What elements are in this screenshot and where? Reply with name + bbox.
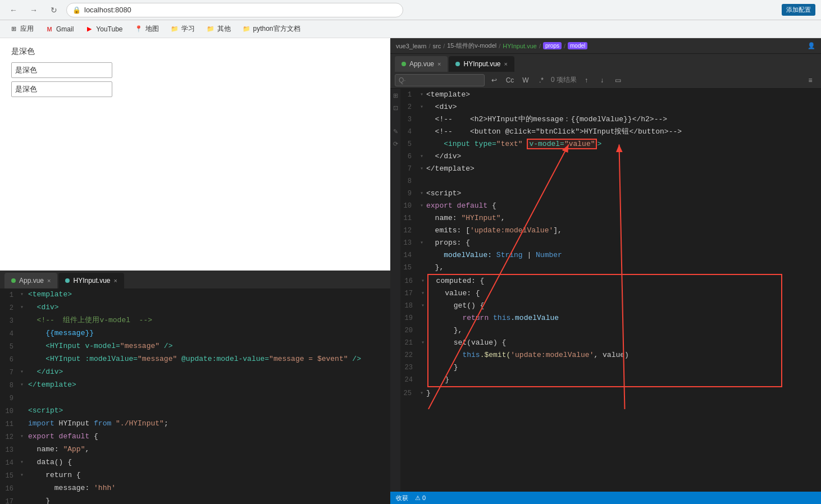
ide-panel: vue3_learn / src / 15-组件的v-model / HYInp…	[390, 38, 821, 504]
gmail-icon: M	[45, 25, 54, 34]
bookmark-map-label: 地图	[145, 24, 159, 34]
case-btn[interactable]: Cc	[504, 74, 516, 86]
app-vue-dot	[11, 278, 16, 283]
tab-hyinput-close[interactable]: ×	[114, 277, 117, 284]
tab-close-hyinput[interactable]: ×	[504, 61, 508, 67]
code-line: 6 <HYInput :modelValue="message" @update…	[0, 353, 390, 366]
prev-result-btn[interactable]: ↑	[580, 74, 592, 86]
sidebar-icon-3[interactable]: ✎	[391, 127, 400, 136]
bookmark-map[interactable]: 📍 地图	[130, 22, 163, 35]
bookmark-gmail[interactable]: M Gmail	[40, 23, 78, 35]
search-result: 0 项结果	[551, 75, 577, 85]
bookmark-python-label: python官方文档	[253, 24, 300, 34]
code-line: 13 name: "App",	[0, 443, 390, 456]
ide-code-line: 19 return this.modelValue	[402, 312, 781, 324]
bookmark-youtube[interactable]: ▶ YouTube	[80, 23, 127, 35]
ide-code-line: 11 name: "HYInput",	[400, 212, 793, 224]
vmodel-highlight: v-model="value"	[527, 139, 597, 149]
python-icon: 📁	[242, 25, 251, 34]
ide-code-line: 13 ▾ props: {	[400, 237, 793, 249]
ide-code-line: 18 ▾ get() {	[402, 300, 781, 312]
right-editor-tabs: App.vue × HYInput.vue ×	[390, 54, 821, 72]
props-badge: props	[543, 42, 562, 49]
ide-code-line: 23 }	[402, 361, 781, 374]
bookmark-apps-label: 应用	[20, 24, 34, 34]
left-editor-tabs: App.vue × HYInput.vue ×	[0, 271, 390, 288]
forward-button[interactable]: →	[26, 2, 42, 18]
tab-hyinput-label: HYInput.vue	[73, 277, 110, 285]
word-btn[interactable]: W	[519, 74, 532, 86]
ide-sidebar: ⊞ ⊡ ✎ ⟳	[390, 89, 400, 492]
address-bar[interactable]: 🔒 localhost:8080	[66, 3, 403, 17]
code-line: 17 }	[0, 495, 390, 504]
ide-search-bar: ↩ Cc W .* 0 项结果 ↑ ↓ ▭ ≡	[390, 72, 821, 89]
ide-code-line: 2 ▾ <div>	[400, 101, 793, 113]
input-field-2[interactable]	[11, 81, 112, 97]
tab-app-vue-right[interactable]: App.vue ×	[395, 56, 448, 72]
more-options-btn[interactable]: ≡	[804, 74, 817, 86]
apps-icon: ⊞	[9, 25, 18, 34]
ide-code-line: 24 }	[402, 374, 781, 386]
page-content: 是深色	[0, 38, 390, 271]
code-line: 12 ▾ export default {	[0, 430, 390, 443]
toggle-sidebar-btn[interactable]: ▭	[612, 74, 624, 86]
tab-hyinput-vue-left[interactable]: HYInput.vue ×	[58, 273, 124, 288]
ide-code-line: 25 ▾ }	[400, 387, 793, 400]
sidebar-icon-2[interactable]: ⊡	[391, 103, 400, 112]
ide-code-line: 3 <!-- <h2>HYInput中的message：{{modelValue…	[400, 113, 793, 126]
map-icon: 📍	[134, 25, 143, 34]
ide-code-line: 21 ▾ set(value) {	[402, 337, 781, 349]
youtube-icon: ▶	[85, 25, 94, 34]
code-line: 8 ▾ </template>	[0, 379, 390, 392]
code-line: 9	[0, 392, 390, 405]
tab-hyinput-vue-right[interactable]: HYInput.vue ×	[449, 56, 514, 72]
code-line: 5 <HYInput v-model="message" />	[0, 340, 390, 353]
add-config-button[interactable]: 添加配置	[782, 4, 815, 16]
status-branch: 收获	[396, 494, 408, 502]
user-icon[interactable]: 👤	[808, 42, 815, 49]
browser-content: 是深色 App.vue × HYInput.vue × 1 ▾ <templ	[0, 38, 390, 504]
regex-btn[interactable]: .*	[535, 74, 548, 86]
ide-code-line: 10 ▾ export default {	[400, 200, 793, 212]
code-line: 3 <!-- 组件上使用v-model -->	[0, 314, 390, 327]
ide-code-line: 1 ▾ <template>	[400, 89, 793, 101]
lock-icon: 🔒	[72, 6, 81, 14]
main-content: 是深色 App.vue × HYInput.vue × 1 ▾ <templ	[0, 38, 821, 504]
next-result-btn[interactable]: ↓	[596, 74, 608, 86]
tab-close-app[interactable]: ×	[437, 61, 441, 67]
other-icon: 📁	[206, 25, 215, 34]
bookmark-youtube-label: YouTube	[96, 25, 122, 33]
reload-button[interactable]: ↻	[46, 2, 62, 18]
ide-code-line: 6 ▾ </div>	[400, 150, 793, 163]
ide-lines-container: 1 ▾ <template> 2 ▾ <div> 3 <!--	[400, 89, 793, 492]
bookmark-learn[interactable]: 📁 学习	[166, 22, 199, 35]
ide-code-line: 8	[400, 175, 793, 187]
ide-code-line: 22 this.$emit('update:modelValue', value…	[402, 349, 781, 361]
code-line: 4 {{message}}	[0, 327, 390, 340]
tab-app-vue-left[interactable]: App.vue ×	[4, 273, 57, 288]
search-input[interactable]	[395, 74, 485, 86]
ide-code-line-vmodel: 5 <input type="text" v-model="value">	[400, 138, 793, 150]
browser-chrome: ← → ↻ 🔒 localhost:8080 添加配置	[0, 0, 821, 20]
code-line: 10 <script>	[0, 405, 390, 418]
ide-code-line: 12 emits: ['update:modelValue'],	[400, 224, 793, 237]
replace-btn[interactable]: ↩	[488, 74, 500, 86]
ide-code-line: 14 modelValue: String | Number	[400, 249, 793, 262]
status-bar: 收获 ⚠ 0	[390, 492, 821, 504]
sidebar-icon-1[interactable]: ⊞	[391, 91, 400, 100]
ide-code-line: 7 ▾ </template>	[400, 163, 793, 175]
page-title: 是深色	[11, 47, 379, 57]
ide-code-line: 4 <!-- <button @click="btnClick">HYInput…	[400, 126, 793, 138]
sidebar-icon-4[interactable]: ⟳	[391, 139, 400, 148]
ide-code-line: 20 },	[402, 324, 781, 337]
url-text: localhost:8080	[84, 6, 131, 14]
input-field-1[interactable]	[11, 62, 112, 78]
tab-app-close[interactable]: ×	[47, 277, 51, 284]
code-line: 11 import HYInput from "./HYInput";	[0, 418, 390, 430]
bookmark-python[interactable]: 📁 python官方文档	[238, 22, 305, 35]
ide-breadcrumb: vue3_learn / src / 15-组件的v-model / HYInp…	[390, 38, 821, 54]
bookmark-other[interactable]: 📁 其他	[202, 22, 235, 35]
ide-code-line: 17 ▾ value: {	[402, 287, 781, 300]
back-button[interactable]: ←	[6, 2, 21, 18]
bookmark-apps[interactable]: ⊞ 应用	[4, 22, 38, 35]
